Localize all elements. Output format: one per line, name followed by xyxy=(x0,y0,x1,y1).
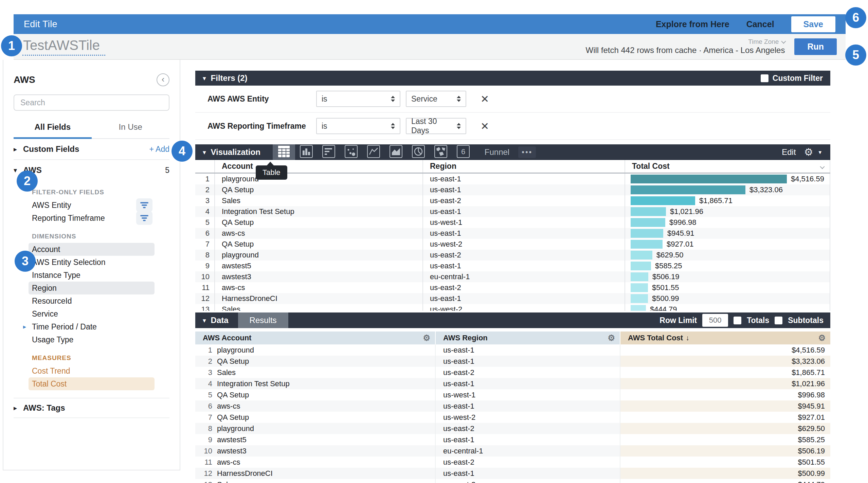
viz-type-bar[interactable] xyxy=(318,144,340,160)
row-limit-input[interactable] xyxy=(702,314,728,327)
viz-table-row[interactable]: 12HarnessDroneCIus-east-1$500.99 xyxy=(195,293,830,304)
viz-table-row[interactable]: 5QA Setupus-west-1$996.98 xyxy=(195,217,830,228)
viz-table-row[interactable]: 4Integration Test Setupus-east-1$1,021.9… xyxy=(195,206,830,217)
viz-table-row[interactable]: 8playgroundus-east-2$629.50 xyxy=(195,250,830,261)
data-table-row[interactable]: 12HarnessDroneCIus-east-1$500.99 xyxy=(195,468,830,479)
column-gear-icon[interactable]: ⚙ xyxy=(818,333,826,343)
viz-table-row[interactable]: 6aws-csus-east-1$945.91 xyxy=(195,228,830,239)
data-section-bar[interactable]: ▾ Data Results Row Limit Totals Subtotal… xyxy=(195,312,830,328)
data-table-row[interactable]: 11aws-csus-east-2$501.55 xyxy=(195,457,830,468)
viz-table-row[interactable]: 10awstest3eu-central-1$506.19 xyxy=(195,271,830,282)
viz-type-area[interactable] xyxy=(385,144,407,160)
field-item-account[interactable]: Account xyxy=(29,243,155,256)
data-table-row[interactable]: 6aws-csus-east-1$945.91 xyxy=(195,400,830,412)
viz-type-map[interactable] xyxy=(430,144,452,160)
cost-bar xyxy=(631,175,787,183)
remove-filter-button[interactable]: ✕ xyxy=(481,93,489,105)
filter-value-select[interactable]: Last 30 Days xyxy=(406,118,466,134)
viz-col-header-region[interactable]: Region xyxy=(422,160,625,173)
cost-bar xyxy=(631,272,648,281)
viz-type-pie[interactable] xyxy=(407,144,430,160)
results-tab[interactable]: Results xyxy=(238,312,288,328)
viz-table-row[interactable]: 3Salesus-east-2$1,865.71 xyxy=(195,195,830,206)
filters-section-bar[interactable]: ▾ Filters (2) Custom Filter xyxy=(195,71,830,86)
explore-from-here-button[interactable]: Explore from Here xyxy=(656,19,729,29)
viz-table-row[interactable]: 11aws-csus-east-2$501.55 xyxy=(195,282,830,293)
data-table-row[interactable]: 4Integration Test Setupus-east-1$1,021.9… xyxy=(195,378,830,389)
data-table-row[interactable]: 1playgroundus-east-1$4,516.59 xyxy=(195,344,830,356)
data-col-header-total-cost[interactable]: AWS Total Cost ↓ ⚙ xyxy=(620,332,830,344)
annotation-marker-3: 3 xyxy=(15,251,36,272)
viz-edit-button[interactable]: Edit xyxy=(782,147,796,157)
subtotals-checkbox[interactable] xyxy=(775,317,782,324)
add-custom-field-button[interactable]: + Add xyxy=(149,145,169,154)
field-item-aws-entity[interactable]: AWS Entity xyxy=(29,199,155,212)
data-table-row[interactable]: 10awstest3eu-central-1$506.19 xyxy=(195,445,830,457)
field-item-time-period-date[interactable]: ▸Time Period / Date xyxy=(29,320,155,333)
data-table-row[interactable]: 9awstest5us-east-1$585.25 xyxy=(195,434,830,445)
remove-filter-button[interactable]: ✕ xyxy=(481,120,489,132)
viz-type-table-selected[interactable] xyxy=(273,144,295,160)
time-zone-selector[interactable]: Time Zone xyxy=(585,38,785,46)
field-item-usage-type[interactable]: Usage Type xyxy=(29,333,155,346)
tab-in-use[interactable]: In Use xyxy=(92,122,170,138)
column-gear-icon[interactable]: ⚙ xyxy=(608,333,615,343)
viz-type-single-value[interactable]: 6 xyxy=(452,144,474,160)
totals-checkbox[interactable] xyxy=(734,317,741,324)
search-input[interactable] xyxy=(14,94,169,111)
viz-type-scatter[interactable] xyxy=(340,144,362,160)
custom-fields-group[interactable]: ▸ Custom Fields + Add xyxy=(14,139,169,159)
more-viz-types-button[interactable]: ••• xyxy=(518,146,536,158)
filter-operator-select[interactable]: is xyxy=(316,118,400,134)
filter-value-select[interactable]: Service xyxy=(406,91,466,107)
data-table-row[interactable]: 5QA Setupus-west-1$996.98 xyxy=(195,389,830,400)
field-item-cost-trend[interactable]: Cost Trend xyxy=(29,364,155,377)
viz-type-line[interactable] xyxy=(362,144,385,160)
field-item-aws-entity-selection[interactable]: AWS Entity Selection xyxy=(29,256,155,269)
collapse-sidebar-button[interactable]: ‹ xyxy=(157,73,169,86)
viz-type-funnel[interactable]: Funnel xyxy=(485,147,509,157)
tile-name-input[interactable]: TestAWSTile xyxy=(22,38,105,56)
data-cell-total-cost: $500.99 xyxy=(620,468,830,479)
field-item-region[interactable]: Region xyxy=(29,282,155,294)
viz-table-row[interactable]: 13Salesus-west-2$444.79 xyxy=(195,304,830,311)
viz-type-column[interactable] xyxy=(295,144,318,160)
data-col-header-account[interactable]: AWS Account ⚙ xyxy=(195,332,436,344)
row-number: 10 xyxy=(195,272,214,281)
column-gear-icon[interactable]: ⚙ xyxy=(423,333,430,343)
viz-col-header-label: Total Cost xyxy=(632,162,670,171)
viz-col-header-account[interactable]: Account xyxy=(214,160,422,173)
data-table-row[interactable]: 3Salesus-east-2$1,865.71 xyxy=(195,367,830,378)
filter-operator-select[interactable]: is xyxy=(316,91,400,107)
viz-table-row[interactable]: 9awstest5us-east-1$585.25 xyxy=(195,261,830,271)
close-icon: ✕ xyxy=(481,93,489,105)
data-table-row[interactable]: 13Salesus-west-2$444.79 xyxy=(195,479,830,483)
data-table-row[interactable]: 8playgroundus-east-2$629.50 xyxy=(195,423,830,434)
viz-table-row[interactable]: 7QA Setupus-west-2$927.01 xyxy=(195,239,830,250)
caret-down-icon[interactable]: ▾ xyxy=(818,149,821,156)
viz-table-row[interactable]: 1playgroundus-east-1$4,516.59 xyxy=(195,174,830,184)
data-table-row[interactable]: 2QA Setupus-east-1$3,323.06 xyxy=(195,356,830,367)
column-menu-chevron-icon[interactable] xyxy=(820,162,824,171)
field-item-resourceid[interactable]: ResourceId xyxy=(29,294,155,307)
chevron-left-icon: ‹ xyxy=(162,75,165,84)
visualization-section-bar[interactable]: ▾ Visualization 6 Funnel ••• Edit ⚙ ▾ xyxy=(195,144,830,160)
data-col-header-region[interactable]: AWS Region ⚙ xyxy=(436,332,620,344)
field-item-total-cost[interactable]: Total Cost xyxy=(29,377,155,390)
field-item-instance-type[interactable]: Instance Type xyxy=(29,269,155,282)
data-table-row[interactable]: 7QA Setupus-west-2$927.01 xyxy=(195,412,830,423)
custom-filter-toggle[interactable]: Custom Filter xyxy=(761,74,823,83)
aws-tags-group[interactable]: ▸ AWS: Tags xyxy=(14,398,169,418)
viz-col-header-total-cost[interactable]: Total Cost xyxy=(625,160,830,173)
save-button[interactable]: Save xyxy=(791,16,835,32)
field-item-service[interactable]: Service xyxy=(29,307,155,320)
run-button[interactable]: Run xyxy=(794,38,837,55)
viz-table-row[interactable]: 2QA Setupus-east-1$3,323.06 xyxy=(195,184,830,195)
custom-filter-checkbox[interactable] xyxy=(761,74,768,82)
field-item-reporting-timeframe[interactable]: Reporting Timeframe xyxy=(29,212,155,225)
filter-by-field-button[interactable] xyxy=(136,198,152,212)
tab-all-fields[interactable]: All Fields xyxy=(14,122,92,139)
viz-settings-gear-icon[interactable]: ⚙ xyxy=(804,147,813,157)
cancel-button[interactable]: Cancel xyxy=(746,19,774,29)
filter-by-field-button[interactable] xyxy=(136,211,152,225)
